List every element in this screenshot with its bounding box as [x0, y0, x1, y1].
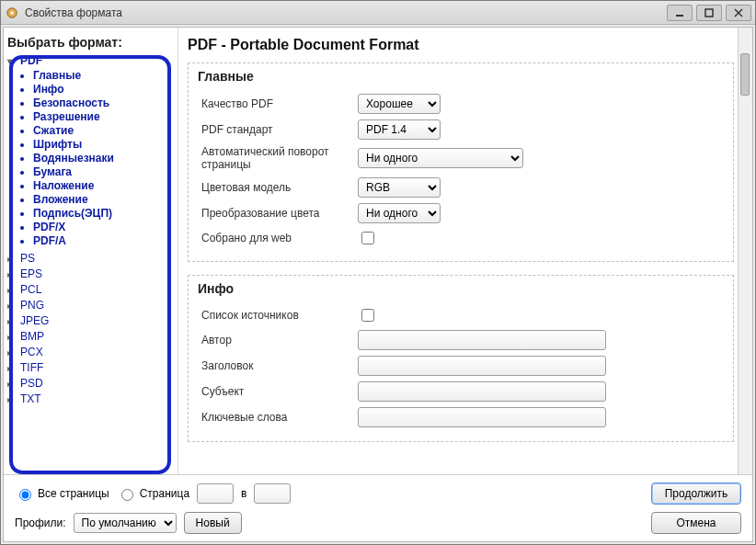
chevron-right-icon: ▸ [7, 394, 17, 404]
window: Свойства формата Выбрать формат: ▾ PDF [0, 0, 756, 545]
group-main: Главные Качество PDF Хорошее PDF стандар… [188, 62, 734, 262]
select-colormodel[interactable]: RGB [358, 177, 441, 198]
chevron-right-icon: ▸ [7, 254, 17, 264]
label-webcollect: Собрано для web [201, 232, 358, 244]
input-subject[interactable] [358, 381, 606, 402]
radio-all-pages-label: Все страницы [38, 487, 109, 500]
sidebar-sub-security[interactable]: Безопасность [33, 97, 174, 109]
label-autorotate: Автоматический поворот страницы [201, 145, 358, 172]
select-colorconv[interactable]: Ни одного [358, 203, 441, 223]
group-main-title: Главные [189, 63, 733, 91]
minimize-button[interactable] [667, 5, 693, 21]
sidebar-sub-attach[interactable]: Вложение [33, 193, 174, 206]
client-area: Выбрать формат: ▾ PDF Главные Инфо Безоп… [3, 27, 753, 542]
page-separator: в [241, 487, 246, 500]
sidebar-sub-pdfa[interactable]: PDF/A [33, 234, 174, 247]
bottom-bar: Все страницы Страница в Продолжить Профи… [4, 474, 752, 541]
chevron-right-icon: ▸ [7, 316, 17, 326]
label-doctitle: Заголовок [201, 359, 358, 372]
input-keywords[interactable] [358, 407, 606, 427]
page-title: PDF - Portable Document Format [188, 37, 734, 53]
sidebar-item-png[interactable]: ▸PNG [7, 298, 174, 312]
sidebar-sub-fonts[interactable]: Шрифты [33, 138, 174, 151]
radio-page[interactable] [121, 489, 133, 501]
maximize-button[interactable] [696, 5, 722, 21]
svg-rect-3 [705, 9, 713, 17]
input-page-from[interactable] [197, 483, 234, 504]
sidebar-sub-resolution[interactable]: Разрешение [33, 110, 174, 123]
window-title: Свойства формата [25, 6, 667, 19]
sidebar-item-pcx[interactable]: ▸PCX [7, 345, 174, 359]
new-profile-button[interactable]: Новый [184, 512, 242, 534]
main-panel: PDF - Portable Document Format Главные К… [178, 28, 752, 474]
sidebar-sub-main[interactable]: Главные [33, 69, 174, 82]
sidebar-item-eps[interactable]: ▸EPS [7, 267, 174, 281]
continue-button[interactable]: Продолжить [651, 483, 741, 505]
sidebar: Выбрать формат: ▾ PDF Главные Инфо Безоп… [4, 28, 178, 474]
chevron-right-icon: ▸ [7, 269, 17, 279]
label-colormodel: Цветовая модель [201, 181, 358, 194]
check-webcollect[interactable] [361, 232, 374, 244]
sidebar-sub-sign[interactable]: Подпись(ЭЦП) [33, 207, 174, 220]
sidebar-item-label: PSD [20, 377, 43, 390]
sidebar-item-jpeg[interactable]: ▸JPEG [7, 313, 174, 328]
sidebar-item-tiff[interactable]: ▸TIFF [7, 360, 174, 375]
sidebar-item-label: PCX [20, 346, 43, 358]
sidebar-sub-paper[interactable]: Бумага [33, 165, 174, 178]
input-author[interactable] [358, 330, 606, 350]
sidebar-sub-watermark[interactable]: Водяныезнаки [33, 152, 174, 165]
group-info: Инфо Список источников Автор Заголовок [188, 275, 734, 442]
sidebar-sub-pdfx[interactable]: PDF/X [33, 221, 174, 233]
chevron-down-icon: ▾ [7, 56, 17, 66]
sidebar-item-label: PNG [20, 299, 44, 312]
select-standard[interactable]: PDF 1.4 [358, 119, 441, 140]
sidebar-item-bmp[interactable]: ▸BMP [7, 329, 174, 344]
sidebar-item-txt[interactable]: ▸TXT [7, 392, 174, 406]
radio-all-pages-wrap[interactable]: Все страницы [15, 486, 109, 501]
sidebar-sub-info[interactable]: Инфо [33, 83, 174, 96]
radio-page-wrap[interactable]: Страница [117, 486, 189, 501]
select-profile[interactable]: По умолчанию [74, 513, 177, 533]
profiles-label: Профили: [15, 517, 66, 529]
input-doctitle[interactable] [358, 356, 606, 376]
label-standard: PDF стандарт [201, 123, 358, 136]
label-sources: Список источников [201, 309, 358, 322]
sidebar-item-label: EPS [20, 267, 42, 280]
scrollbar-thumb[interactable] [740, 53, 750, 96]
titlebar: Свойства формата [1, 1, 755, 25]
sidebar-sub-overlay[interactable]: Наложение [33, 179, 174, 192]
sidebar-item-pcl[interactable]: ▸PCL [7, 282, 174, 297]
chevron-right-icon: ▸ [7, 347, 17, 358]
svg-point-1 [10, 11, 14, 15]
sidebar-item-psd[interactable]: ▸PSD [7, 376, 174, 391]
scrollbar-vertical[interactable] [738, 28, 752, 474]
sidebar-sub-compress[interactable]: Сжатие [33, 124, 174, 137]
label-keywords: Ключевые слова [201, 411, 358, 424]
sidebar-item-label: TIFF [20, 361, 43, 374]
sidebar-item-label: PS [20, 252, 35, 265]
label-author: Автор [201, 334, 358, 346]
select-autorotate[interactable]: Ни одного [358, 148, 523, 168]
select-quality[interactable]: Хорошее [358, 94, 441, 114]
sidebar-item-label: JPEG [20, 314, 49, 327]
input-page-to[interactable] [254, 483, 291, 504]
label-quality: Качество PDF [201, 97, 358, 110]
sidebar-item-pdf[interactable]: ▾ PDF [7, 53, 174, 68]
app-icon [5, 6, 19, 20]
sidebar-item-label: PCL [20, 283, 41, 296]
radio-page-label: Страница [140, 487, 189, 500]
sidebar-item-ps[interactable]: ▸PS [7, 251, 174, 266]
label-colorconv: Преобразование цвета [201, 207, 358, 220]
sidebar-item-label: PDF [20, 54, 42, 67]
chevron-right-icon: ▸ [7, 363, 17, 373]
chevron-right-icon: ▸ [7, 285, 17, 295]
chevron-right-icon: ▸ [7, 332, 17, 342]
label-subject: Субъект [201, 385, 358, 398]
close-button[interactable] [726, 5, 751, 21]
chevron-right-icon: ▸ [7, 301, 17, 311]
chevron-right-icon: ▸ [7, 379, 17, 389]
check-sources[interactable] [361, 309, 374, 322]
sidebar-header: Выбрать формат: [7, 35, 174, 50]
cancel-button[interactable]: Отмена [651, 512, 741, 534]
radio-all-pages[interactable] [19, 489, 31, 501]
